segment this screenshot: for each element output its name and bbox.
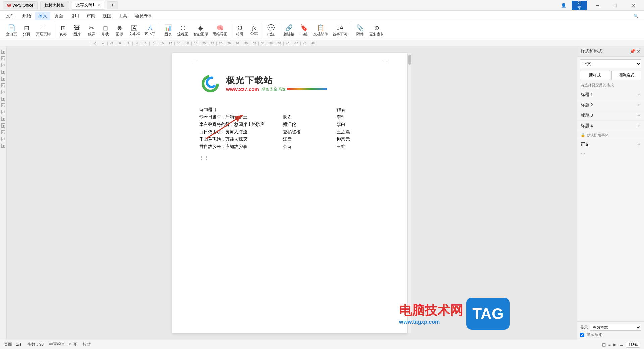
zoom-button[interactable]: 113% [626, 342, 640, 348]
blank-page-label: 空白页 [6, 32, 17, 37]
sidebar-mark-3[interactable]: ◁ [1, 63, 5, 67]
close-button[interactable]: ✕ [626, 1, 641, 10]
menu-insert[interactable]: 插入 [35, 12, 50, 20]
flowchart-btn[interactable]: ⬡ 流程图 [175, 23, 191, 39]
sidebar-mark-15[interactable]: ◁ [1, 144, 5, 148]
sidebar-mark-11[interactable]: ◁ [1, 117, 5, 121]
body-text-row[interactable]: 正文 ↵ [577, 139, 644, 149]
style-select[interactable]: 正文 [580, 59, 641, 68]
artword-btn[interactable]: A 艺术字 [143, 23, 158, 39]
school-check[interactable]: 校对 [83, 342, 91, 347]
ruler-mark: 0 [116, 42, 124, 45]
sidebar-mark-9[interactable]: ◁ [1, 103, 5, 107]
menu-review[interactable]: 审阅 [83, 12, 99, 20]
sidebar-mark-4[interactable]: ◁ [1, 70, 5, 74]
word-count[interactable]: 字数：90 [27, 342, 44, 347]
doc-parts-btn[interactable]: 📋 文档部件 [311, 23, 330, 39]
symbol-btn[interactable]: Ω 符号 [233, 23, 247, 39]
view-icon-3[interactable]: ▶ [613, 342, 616, 347]
add-tab-btn[interactable]: + [107, 1, 118, 9]
display-label: 显示 [580, 325, 588, 330]
smart-graphic-btn[interactable]: ◈ 智能图形 [191, 23, 210, 39]
textbox-btn[interactable]: A 文本框 [127, 23, 142, 39]
view-icon-1[interactable]: ◱ [602, 342, 606, 347]
sidebar-mark-13[interactable]: ◁ [1, 130, 5, 134]
account-icon[interactable]: 👤 [561, 3, 566, 8]
style-item-heading3[interactable]: 标题 3 ↵ [577, 110, 644, 121]
doc-area[interactable]: 极光下载站 www.xz7.com 绿色 安全 高速 [7, 46, 577, 340]
view-icon-4[interactable]: ☁ [619, 342, 623, 347]
chart-btn[interactable]: 📊 图表 [161, 23, 175, 39]
shape-btn[interactable]: ◻ 形状 [99, 23, 112, 39]
sidebar-mark-14[interactable]: ◁ [1, 137, 5, 141]
sidebar-mark-5[interactable]: ◁ [1, 77, 5, 81]
preview-checkbox[interactable] [580, 333, 584, 337]
menu-view[interactable]: 视图 [99, 12, 115, 20]
sidebar-mark-2[interactable]: ◁ [1, 56, 5, 60]
scroll-indicator[interactable] [407, 53, 411, 333]
new-style-button[interactable]: 新样式 [580, 71, 610, 80]
red-arrow [203, 112, 250, 143]
page-break-btn[interactable]: ⊟ 分页 [20, 23, 33, 39]
toolbar-group-charts: 📊 图表 ⬡ 流程图 ◈ 智能图形 🧠 思维导图 [160, 23, 231, 39]
view-icon-2[interactable]: ≡ [608, 342, 611, 347]
style-item-heading2[interactable]: 标题 2 ↵ [577, 100, 644, 110]
spell-check[interactable]: 拼写检查：打开 [49, 342, 77, 347]
sidebar-mark-12[interactable]: ◁ [1, 123, 5, 128]
bookmark-btn[interactable]: 🔖 书签 [297, 23, 311, 39]
blank-page-btn[interactable]: 📄 空白页 [4, 23, 19, 39]
icon-btn[interactable]: ⊛ 图标 [113, 23, 126, 39]
more-material-btn[interactable]: ⊕ 更多素材 [367, 23, 386, 39]
header-footer-label: 页眉页脚 [36, 32, 51, 37]
panel-pin-icon[interactable]: 📌 [630, 49, 635, 54]
header-footer-icon: ≡ [42, 25, 45, 31]
comment-btn[interactable]: 💬 批注 [264, 23, 278, 39]
doc-tab[interactable]: 文字文稿1 ✕ [72, 1, 104, 10]
template-tab[interactable]: 找模壳模板 [40, 1, 69, 10]
page-info[interactable]: 页面：1/1 [4, 342, 22, 347]
clear-format-button[interactable]: 清除格式 [611, 71, 642, 80]
scroll-thumb[interactable] [408, 55, 411, 65]
hyperlink-btn[interactable]: 🔗 超链接 [281, 23, 297, 39]
sidebar-mark-6[interactable]: ◁ [1, 83, 5, 87]
table-handle[interactable]: ⋮⋮ [199, 155, 380, 160]
wps-office-tab[interactable]: W WPS Office [3, 1, 38, 9]
chart-label: 图表 [164, 32, 172, 37]
more-options-btn[interactable]: ⋯ [577, 149, 644, 157]
menu-tools[interactable]: 工具 [115, 12, 131, 20]
style-item-heading1[interactable]: 标题 1 ↵ [577, 90, 644, 100]
table-btn[interactable]: ⊞ 表格 [56, 23, 70, 39]
title-tabs: W WPS Office 找模壳模板 文字文稿1 ✕ + [3, 1, 118, 10]
screenshot-icon: ✂ [89, 25, 94, 31]
doc-parts-icon: 📋 [317, 25, 324, 31]
menu-file[interactable]: 文件 [3, 12, 18, 20]
close-tab-icon[interactable]: ✕ [97, 3, 100, 7]
sidebar-mark-7[interactable]: ◁ [1, 90, 5, 94]
sidebar-mark-10[interactable]: ◁ [1, 110, 5, 114]
search-button[interactable]: 🔍 [631, 13, 641, 19]
menu-home[interactable]: 开始 [19, 12, 34, 20]
menu-vip[interactable]: 会员专享 [131, 12, 156, 20]
sidebar-mark-8[interactable]: ◁ [1, 97, 5, 101]
formula-btn[interactable]: ∫x 公式 [247, 23, 261, 39]
textbox-label: 文本框 [129, 31, 140, 36]
screenshot-btn[interactable]: ✂ 截屏 [85, 23, 98, 39]
display-select[interactable]: 有效样式 [590, 324, 641, 331]
panel-close-icon[interactable]: ✕ [637, 49, 641, 54]
header-footer-btn[interactable]: ≡ 页眉页脚 [34, 23, 53, 39]
menu-page[interactable]: 页面 [51, 12, 66, 20]
minimize-button[interactable]: ─ [590, 1, 605, 10]
ruler-mark: 22 [208, 42, 216, 45]
share-button[interactable]: 分享 [572, 1, 587, 10]
menu-reference[interactable]: 引用 [67, 12, 83, 20]
sidebar-mark-1[interactable]: ◁ [1, 50, 5, 54]
ruler-mark: 36 [267, 42, 275, 45]
maximize-button[interactable]: □ [608, 1, 623, 10]
mindmap-btn[interactable]: 🧠 思维导图 [211, 23, 229, 39]
attachment-btn[interactable]: 📎 附件 [353, 23, 367, 39]
image-btn[interactable]: 🖼 图片 [70, 23, 84, 39]
svg-rect-2 [287, 88, 327, 90]
style-item-heading4[interactable]: 标题 4 ↵ [577, 121, 644, 131]
poem-author-4: 柳宗元 [337, 136, 370, 142]
drop-cap-btn[interactable]: ↓A 首字下沉 [331, 23, 350, 39]
